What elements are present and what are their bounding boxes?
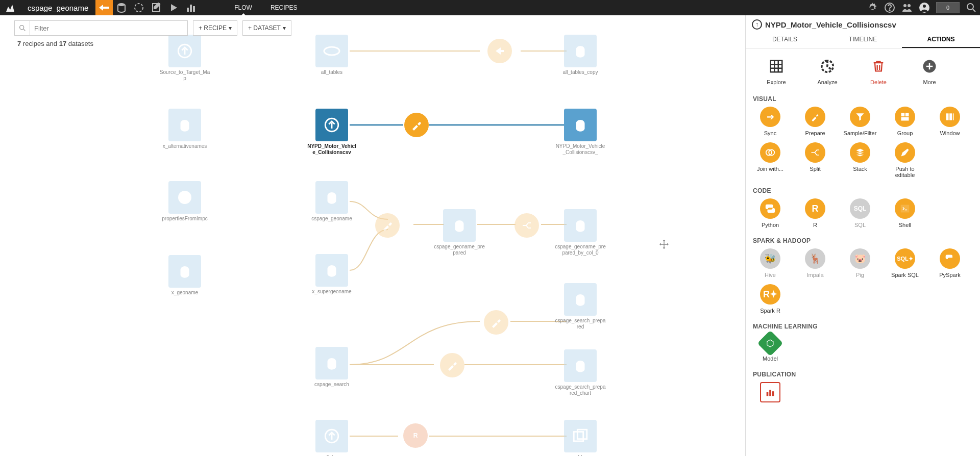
svg-point-7 bbox=[889, 10, 890, 11]
node-source-to-target-map[interactable]: Source_to_Target_Map bbox=[168, 35, 201, 81]
svg-rect-3 bbox=[187, 8, 189, 12]
svg-point-1 bbox=[135, 4, 143, 12]
svg-point-11 bbox=[923, 5, 926, 8]
recipe-prepare-geoname[interactable] bbox=[375, 213, 400, 238]
action-delete[interactable]: Delete bbox=[860, 57, 897, 85]
tab-details[interactable]: DETAILS bbox=[746, 32, 824, 48]
ml-model[interactable]: ⬡Model bbox=[753, 334, 788, 362]
sync-icon: ➔ bbox=[760, 107, 780, 127]
filter-input[interactable] bbox=[30, 21, 187, 35]
notebooks-icon[interactable] bbox=[148, 0, 165, 15]
broom-icon bbox=[805, 107, 825, 127]
visual-split[interactable]: Split bbox=[798, 142, 832, 178]
search-icon[interactable] bbox=[963, 0, 980, 15]
jobs-icon[interactable] bbox=[165, 0, 182, 15]
share-icon[interactable] bbox=[898, 0, 916, 15]
node-x-alternativenames[interactable]: x_alternativenames bbox=[168, 109, 201, 149]
user-icon[interactable] bbox=[916, 0, 933, 15]
plus-circle-icon bbox=[920, 57, 939, 76]
flow-icon[interactable] bbox=[95, 0, 113, 15]
svg-point-12 bbox=[967, 4, 973, 10]
node-x-supergeoname[interactable]: x_supergeoname bbox=[315, 254, 348, 295]
help-icon[interactable] bbox=[881, 0, 898, 15]
group-icon bbox=[895, 107, 915, 127]
nav-recipes[interactable]: RECIPES bbox=[261, 0, 307, 15]
visual-window[interactable]: Window bbox=[933, 107, 967, 136]
visual-sync[interactable]: ➔Sync bbox=[753, 107, 788, 136]
add-recipe-button[interactable]: + RECIPE▾ bbox=[193, 20, 237, 36]
tab-timeline[interactable]: TIMELINE bbox=[824, 32, 902, 48]
split-icon bbox=[805, 142, 825, 163]
node-cspage-geoname[interactable]: cspage_geoname bbox=[315, 181, 348, 222]
flow-canvas[interactable]: + RECIPE▾ + DATASET▾ 7 recipes and 17 da… bbox=[0, 15, 745, 456]
spark-sparksql[interactable]: SQL✦Spark SQL bbox=[888, 248, 922, 278]
spark-impala[interactable]: 🦌Impala bbox=[798, 248, 832, 278]
spark-pyspark[interactable]: PySpark bbox=[933, 248, 967, 278]
tab-actions[interactable]: ACTIONS bbox=[902, 32, 980, 48]
node-cspage-search-prepared[interactable]: cspage_search_prepared bbox=[564, 283, 597, 330]
visual-stack[interactable]: Stack bbox=[843, 142, 877, 178]
impala-icon: 🦌 bbox=[805, 248, 825, 269]
action-analyze[interactable]: Analyze bbox=[809, 57, 846, 85]
svg-rect-25 bbox=[901, 117, 909, 121]
code-sql[interactable]: SQLSQL bbox=[843, 198, 877, 228]
svg-point-8 bbox=[903, 4, 906, 7]
publication-item[interactable] bbox=[753, 382, 788, 402]
node-cspage-geoname-prepared[interactable]: cspage_geoname_prepared bbox=[443, 209, 476, 256]
sql-icon: SQL bbox=[850, 198, 870, 219]
svg-rect-28 bbox=[953, 113, 954, 120]
spark-pig[interactable]: 🐷Pig bbox=[843, 248, 877, 278]
code-r[interactable]: RR bbox=[798, 198, 832, 228]
chevron-down-icon: ▾ bbox=[283, 24, 286, 32]
node-asddxcz[interactable]: asddxcz bbox=[564, 420, 597, 456]
project-name[interactable]: cspage_geoname bbox=[20, 0, 95, 15]
spark-hive[interactable]: 🐝Hive bbox=[753, 248, 788, 278]
node-x-geoname[interactable]: x_geoname bbox=[168, 255, 201, 296]
visual-push-to-editable[interactable]: Push to editable bbox=[888, 142, 922, 178]
recipe-prepare-search-1[interactable] bbox=[484, 310, 508, 335]
visual-sample-filter[interactable]: Sample/Filter bbox=[843, 107, 877, 136]
recipes-icon[interactable] bbox=[130, 0, 148, 15]
summary-line: 7 recipes and 17 datasets bbox=[17, 40, 93, 47]
trash-icon bbox=[869, 57, 888, 76]
recipe-sync-1[interactable] bbox=[487, 39, 512, 63]
app-logo[interactable] bbox=[0, 0, 20, 15]
dashboards-icon[interactable] bbox=[182, 0, 200, 15]
recipe-split-geoname[interactable] bbox=[514, 213, 539, 238]
shell-icon bbox=[895, 198, 915, 219]
node-cspage-geoname-prepared-by-col0[interactable]: cspage_geoname_prepared_by_col_0 bbox=[564, 209, 597, 256]
sparkr-icon: R✦ bbox=[760, 284, 780, 305]
datasets-icon[interactable] bbox=[113, 0, 130, 15]
node-nypd-out[interactable]: NYPD_Motor_Vehicle_Collisionscsv_ bbox=[564, 109, 597, 155]
settings-icon[interactable] bbox=[864, 0, 881, 15]
visual-join-with[interactable]: Join with... bbox=[753, 142, 788, 178]
visual-group[interactable]: Group bbox=[888, 107, 922, 136]
recipe-prepare-search-2[interactable] bbox=[440, 353, 464, 377]
node-links[interactable]: links bbox=[315, 420, 348, 456]
node-cspage-search-prepared-chart[interactable]: cspage_search_prepared_chart bbox=[564, 349, 597, 396]
recipe-r-links[interactable]: R bbox=[403, 423, 428, 448]
code-python[interactable]: Python bbox=[753, 198, 788, 228]
node-cspage-search[interactable]: cspage_search bbox=[315, 347, 348, 388]
node-all-tables-copy[interactable]: all_tables_copy bbox=[564, 35, 597, 75]
section-publication: PUBLICATION bbox=[753, 371, 973, 378]
node-nypd-selected[interactable]: NYPD_Motor_Vehicle_Collisionscsv bbox=[315, 109, 348, 155]
svg-rect-24 bbox=[905, 113, 909, 117]
node-properties-from-impc[interactable]: propertiesFromImpc bbox=[168, 181, 201, 222]
visual-prepare[interactable]: Prepare bbox=[798, 107, 832, 136]
svg-point-15 bbox=[324, 47, 339, 55]
spark-sparkr[interactable]: R✦Spark R bbox=[753, 284, 788, 314]
code-shell[interactable]: Shell bbox=[888, 198, 922, 228]
nav-flow[interactable]: FLOW bbox=[225, 0, 261, 15]
recipe-prepare-nypd[interactable] bbox=[404, 113, 429, 137]
stack-icon bbox=[850, 142, 870, 163]
notification-counter[interactable]: 0 bbox=[936, 2, 960, 13]
svg-rect-4 bbox=[190, 5, 192, 12]
add-dataset-button[interactable]: + DATASET▾ bbox=[242, 20, 291, 36]
grid-icon bbox=[767, 57, 786, 76]
node-all-tables[interactable]: all_tables bbox=[315, 35, 348, 75]
top-bar: cspage_geoname FLOW RECIPES 0 bbox=[0, 0, 980, 15]
action-more[interactable]: More bbox=[911, 57, 948, 85]
svg-rect-20 bbox=[577, 429, 586, 439]
action-explore[interactable]: Explore bbox=[758, 57, 795, 85]
